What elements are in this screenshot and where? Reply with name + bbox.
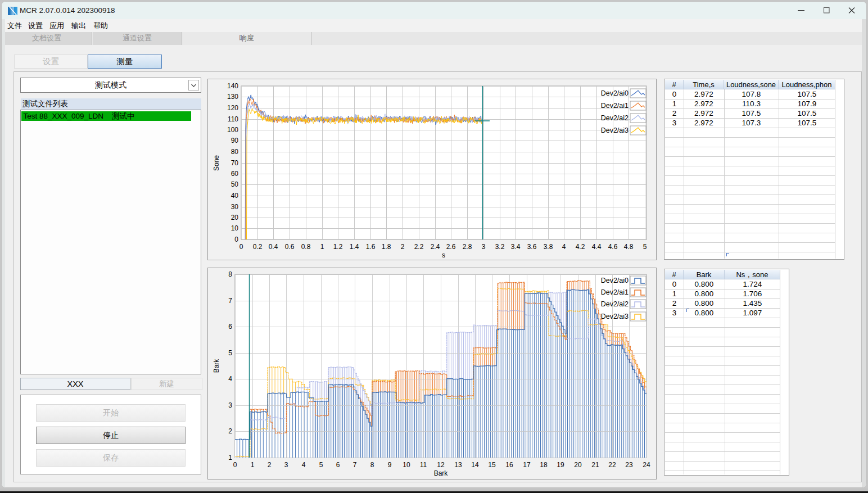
svg-text:90: 90 bbox=[231, 137, 239, 144]
svg-text:1.6: 1.6 bbox=[366, 243, 376, 251]
svg-text:13: 13 bbox=[454, 461, 462, 469]
svg-text:100: 100 bbox=[227, 126, 238, 134]
svg-text:1: 1 bbox=[320, 243, 324, 251]
svg-text:2.6: 2.6 bbox=[446, 243, 456, 251]
svg-text:Dev2/ai2: Dev2/ai2 bbox=[601, 114, 629, 122]
svg-text:Dev2/ai0: Dev2/ai0 bbox=[601, 277, 629, 284]
svg-text:Dev2/ai3: Dev2/ai3 bbox=[601, 313, 629, 320]
svg-text:1: 1 bbox=[251, 461, 255, 469]
svg-text:Bark: Bark bbox=[213, 359, 220, 373]
svg-text:0.6: 0.6 bbox=[285, 243, 295, 251]
svg-text:1.2: 1.2 bbox=[333, 243, 343, 251]
svg-text:7: 7 bbox=[228, 297, 232, 305]
svg-text:2.8: 2.8 bbox=[463, 243, 472, 251]
svg-text:9: 9 bbox=[388, 461, 392, 469]
svg-text:4: 4 bbox=[562, 243, 566, 251]
svg-text:Dev2/ai0: Dev2/ai0 bbox=[601, 89, 629, 97]
svg-text:2.4: 2.4 bbox=[431, 243, 440, 251]
svg-text:0: 0 bbox=[233, 461, 237, 469]
svg-text:Dev2/ai1: Dev2/ai1 bbox=[601, 288, 629, 296]
svg-text:Dev2/ai2: Dev2/ai2 bbox=[601, 300, 629, 308]
svg-text:70: 70 bbox=[231, 159, 239, 167]
svg-text:21: 21 bbox=[591, 461, 599, 469]
svg-text:18: 18 bbox=[540, 461, 548, 469]
svg-text:10: 10 bbox=[403, 461, 410, 469]
svg-text:0: 0 bbox=[239, 243, 243, 251]
svg-text:Dev2/ai3: Dev2/ai3 bbox=[601, 126, 629, 134]
svg-text:3.8: 3.8 bbox=[544, 243, 553, 251]
svg-text:3: 3 bbox=[284, 461, 288, 469]
svg-text:s: s bbox=[442, 251, 445, 259]
svg-text:5: 5 bbox=[228, 349, 232, 357]
svg-text:3.2: 3.2 bbox=[495, 243, 505, 251]
svg-text:14: 14 bbox=[471, 461, 479, 469]
svg-text:23: 23 bbox=[625, 461, 633, 469]
svg-text:0.4: 0.4 bbox=[269, 243, 278, 251]
svg-text:2: 2 bbox=[401, 243, 405, 251]
svg-text:3.6: 3.6 bbox=[527, 243, 537, 251]
svg-text:130: 130 bbox=[227, 93, 238, 101]
svg-text:8: 8 bbox=[370, 461, 374, 469]
svg-text:19: 19 bbox=[557, 461, 564, 469]
svg-text:110: 110 bbox=[228, 115, 238, 123]
svg-text:12: 12 bbox=[437, 461, 445, 469]
svg-text:0: 0 bbox=[234, 236, 238, 243]
svg-text:20: 20 bbox=[574, 461, 582, 469]
svg-text:140: 140 bbox=[227, 82, 238, 90]
svg-text:4: 4 bbox=[302, 461, 306, 469]
svg-text:7: 7 bbox=[353, 461, 357, 469]
svg-text:6: 6 bbox=[228, 323, 232, 331]
svg-text:8: 8 bbox=[228, 270, 232, 278]
svg-text:0.2: 0.2 bbox=[253, 243, 263, 251]
svg-text:17: 17 bbox=[523, 461, 531, 469]
svg-text:15: 15 bbox=[488, 461, 496, 469]
svg-text:10: 10 bbox=[231, 224, 239, 232]
svg-text:120: 120 bbox=[227, 104, 238, 112]
svg-text:3: 3 bbox=[482, 243, 486, 251]
svg-text:80: 80 bbox=[231, 148, 239, 156]
svg-text:2: 2 bbox=[268, 461, 272, 469]
svg-text:5: 5 bbox=[643, 243, 647, 251]
svg-text:30: 30 bbox=[231, 203, 239, 211]
svg-text:1.4: 1.4 bbox=[350, 243, 359, 251]
svg-text:5: 5 bbox=[319, 461, 323, 469]
svg-text:11: 11 bbox=[420, 461, 427, 469]
svg-text:Dev2/ai1: Dev2/ai1 bbox=[601, 102, 629, 110]
svg-text:24: 24 bbox=[643, 461, 650, 469]
svg-text:2: 2 bbox=[228, 427, 232, 435]
svg-text:4.6: 4.6 bbox=[608, 243, 618, 251]
svg-text:3.4: 3.4 bbox=[511, 243, 521, 251]
svg-text:20: 20 bbox=[231, 214, 239, 221]
svg-text:4.4: 4.4 bbox=[592, 243, 602, 251]
svg-text:3: 3 bbox=[228, 401, 232, 409]
svg-text:1: 1 bbox=[228, 454, 232, 462]
svg-text:1.8: 1.8 bbox=[382, 243, 391, 251]
svg-text:Bark: Bark bbox=[434, 469, 449, 477]
svg-text:4.2: 4.2 bbox=[576, 243, 585, 251]
svg-text:22: 22 bbox=[608, 461, 616, 469]
svg-text:50: 50 bbox=[231, 180, 239, 188]
svg-text:40: 40 bbox=[231, 192, 239, 200]
svg-text:2.2: 2.2 bbox=[414, 243, 424, 251]
svg-text:0.8: 0.8 bbox=[301, 243, 311, 251]
svg-text:Sone: Sone bbox=[213, 155, 220, 171]
svg-text:4.8: 4.8 bbox=[624, 243, 634, 251]
svg-text:60: 60 bbox=[231, 170, 239, 178]
svg-text:6: 6 bbox=[336, 461, 340, 469]
svg-text:4: 4 bbox=[228, 375, 232, 383]
svg-text:16: 16 bbox=[505, 461, 513, 469]
